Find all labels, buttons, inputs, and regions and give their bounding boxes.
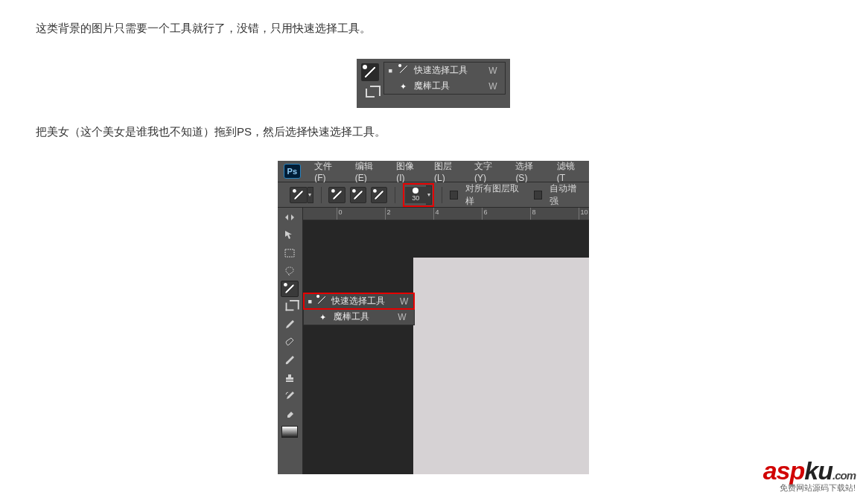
flyout-item-shortcut: W	[488, 66, 497, 76]
crop-tool-icon	[361, 84, 379, 102]
flyout-bullet: ■	[389, 67, 393, 74]
canvas-area[interactable]	[303, 220, 589, 474]
lasso-tool-icon[interactable]	[281, 263, 299, 279]
menu-select[interactable]: 选择(S)	[509, 161, 550, 182]
menu-filter[interactable]: 滤镜(T	[551, 161, 589, 182]
watermark-tld: .com	[832, 469, 856, 482]
tool-flyout: ■ 快速选择工具 W 魔棒工具 W	[383, 62, 506, 95]
healing-brush-tool-icon[interactable]	[281, 334, 299, 351]
ruler-tick: 10	[579, 208, 588, 220]
brush-dropdown[interactable]: ▾	[426, 185, 432, 205]
sample-all-layers-checkbox[interactable]	[450, 191, 458, 200]
flyout-item-label: 魔棒工具	[334, 310, 383, 323]
options-bar: ▾ 30 ▾ 对所有图层取样 自动增强	[278, 182, 589, 208]
flyout-item-magic-wand[interactable]: 魔棒工具 W	[304, 309, 414, 325]
tool-flyout-main: ■ 快速选择工具 W 魔棒工具 W	[303, 293, 415, 325]
eraser-tool-icon[interactable]	[281, 406, 299, 422]
crop-tool-icon[interactable]	[281, 299, 299, 315]
brush-preview[interactable]: 30	[405, 187, 426, 203]
magic-wand-icon	[317, 312, 329, 322]
subtract-selection-button[interactable]	[371, 187, 387, 203]
tool-preset-button[interactable]	[290, 187, 308, 203]
flyout-item-quick-select[interactable]: ■ 快速选择工具 W	[304, 293, 414, 309]
stamp-tool-icon[interactable]	[281, 370, 299, 386]
article-paragraph-2: 把美女（这个美女是谁我也不知道）拖到PS，然后选择快速选择工具。	[0, 108, 866, 141]
ruler-tick: 6	[482, 208, 488, 220]
flyout-item-magic-wand[interactable]: 魔棒工具 W	[384, 78, 505, 94]
auto-enhance-label: 自动增强	[550, 182, 582, 208]
move-tool-icon[interactable]	[281, 227, 299, 243]
history-brush-tool-icon[interactable]	[281, 388, 299, 404]
sample-all-layers-label: 对所有图层取样	[465, 182, 523, 208]
flyout-item-shortcut: W	[398, 312, 406, 322]
ruler-tick: 8	[530, 208, 536, 220]
ps-logo: Ps	[284, 164, 302, 179]
flyout-bullet: ■	[308, 298, 312, 305]
flyout-item-label: 快速选择工具	[414, 64, 474, 77]
flyout-item-label: 快速选择工具	[331, 295, 385, 307]
tool-preset-dropdown[interactable]: ▾	[308, 187, 313, 203]
divider	[321, 187, 322, 203]
menu-type[interactable]: 文字(Y)	[468, 161, 509, 182]
ruler-tick: 0	[337, 208, 343, 220]
brush-size-value: 30	[412, 194, 419, 202]
watermark-suffix: ku	[804, 456, 832, 485]
quick-select-icon	[316, 295, 327, 307]
photo-layer	[413, 258, 589, 474]
divider	[395, 187, 395, 203]
brush-tool-icon[interactable]	[281, 352, 299, 369]
flyout-item-shortcut: W	[400, 296, 408, 307]
menu-file[interactable]: 文件(F)	[308, 161, 349, 182]
new-selection-button[interactable]	[328, 187, 345, 203]
divider	[442, 187, 442, 203]
tool-flyout-inset: ■ 快速选择工具 W 魔棒工具 W	[357, 59, 510, 108]
ruler-tick: 2	[385, 208, 391, 220]
article-paragraph-1: 这类背景的图片只需要一个工具就行了，没错，只用快速选择工具。	[0, 0, 866, 38]
ruler-tick: 4	[433, 208, 439, 220]
magic-wand-icon	[398, 81, 410, 92]
quick-select-icon	[398, 64, 410, 77]
flyout-item-label: 魔棒工具	[414, 80, 474, 92]
quick-select-tool-icon	[361, 63, 379, 81]
eyedropper-tool-icon[interactable]	[281, 316, 299, 333]
flyout-item-shortcut: W	[488, 81, 497, 92]
photoshop-screenshot: Ps 文件(F) 编辑(E) 图像(I) 图层(L) 文字(Y) 选择(S) 滤…	[278, 161, 589, 474]
svg-rect-0	[285, 249, 294, 257]
flyout-item-quick-select[interactable]: ■ 快速选择工具 W	[384, 63, 505, 78]
marquee-tool-icon[interactable]	[281, 245, 299, 261]
menu-layer[interactable]: 图层(L)	[428, 161, 468, 182]
ruler-horizontal: 0 2 4 6 8 10	[303, 208, 589, 220]
expand-arrows-icon[interactable]	[281, 209, 299, 226]
auto-enhance-checkbox[interactable]	[534, 191, 542, 200]
gradient-tool-icon[interactable]	[281, 424, 299, 440]
quick-select-tool-icon[interactable]	[281, 281, 299, 297]
menu-bar: Ps 文件(F) 编辑(E) 图像(I) 图层(L) 文字(Y) 选择(S) 滤…	[278, 161, 589, 182]
toolbox	[278, 208, 303, 474]
brush-size-highlight: 30 ▾	[403, 183, 434, 207]
menu-edit[interactable]: 编辑(E)	[349, 161, 390, 182]
brush-dot-icon	[413, 188, 418, 194]
menu-image[interactable]: 图像(I)	[390, 161, 428, 182]
watermark-prefix: asp	[763, 456, 805, 485]
add-selection-button[interactable]	[350, 187, 366, 203]
watermark: aspku.com 免费网站源码下载站!	[763, 456, 856, 494]
